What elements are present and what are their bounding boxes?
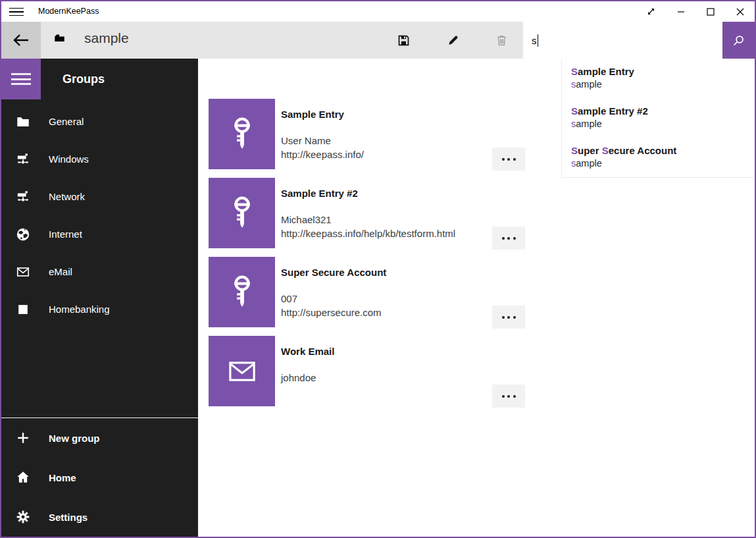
sidebar-actions: New group Home xyxy=(1,418,198,537)
entry-url: http://keepass.info/ xyxy=(281,148,364,162)
groups-heading: Groups xyxy=(63,72,105,86)
square-icon xyxy=(16,302,30,317)
suggestion-item[interactable]: Sample Entry #2 sample xyxy=(562,98,755,138)
entry-title: Super Secure Account xyxy=(281,267,386,278)
maximize-icon xyxy=(707,8,715,16)
network-icon xyxy=(16,190,30,204)
window-controls xyxy=(636,1,755,22)
search-suggestions: Sample Entry sample Sample Entry #2 samp… xyxy=(561,59,755,178)
search-area: s xyxy=(523,22,755,59)
entry-url: http://keepass.info/help/kb/testform.htm… xyxy=(281,227,455,241)
database-icon xyxy=(54,34,65,42)
suggestion-group: sample xyxy=(571,157,755,170)
edit-button[interactable] xyxy=(432,22,474,59)
minimize-icon xyxy=(677,8,685,16)
fullscreen-button[interactable] xyxy=(636,1,666,22)
entry-username: User Name xyxy=(281,134,364,148)
fullscreen-icon xyxy=(646,7,656,16)
more-button[interactable] xyxy=(492,148,525,171)
hamburger-button[interactable] xyxy=(1,59,41,99)
entry-row-super-secure-account[interactable]: Super Secure Account 007 http://supersec… xyxy=(209,257,525,327)
sidebar-item-internet[interactable]: Internet xyxy=(1,215,198,253)
more-button[interactable] xyxy=(492,306,525,329)
mail-icon xyxy=(16,265,30,279)
suggestion-title: Super Secure Account xyxy=(571,144,755,157)
new-group-button[interactable]: New group xyxy=(1,418,198,458)
home-button[interactable]: Home xyxy=(1,458,198,497)
sidebar-spacer xyxy=(1,328,198,417)
entry-tile xyxy=(209,257,275,327)
gear-icon xyxy=(16,510,30,524)
globe-icon xyxy=(16,227,30,242)
more-button[interactable] xyxy=(492,385,525,408)
close-button[interactable] xyxy=(725,1,755,22)
suggestion-title: Sample Entry #2 xyxy=(571,105,755,117)
command-bar: sample xyxy=(1,22,755,59)
entry-row-sample-entry-2[interactable]: Sample Entry #2 Michael321 http://keepas… xyxy=(209,178,525,248)
pencil-icon xyxy=(447,34,459,47)
search-input-value: s xyxy=(532,35,537,46)
network-icon xyxy=(16,152,30,167)
sidebar-item-email[interactable]: eMail xyxy=(1,253,198,290)
entry-tile xyxy=(209,336,275,406)
sidebar-item-homebanking[interactable]: Homebanking xyxy=(1,290,198,328)
group-list: General Windows xyxy=(1,103,198,328)
save-icon xyxy=(397,34,410,47)
entry-username: johndoe xyxy=(281,371,316,385)
maximize-button[interactable] xyxy=(695,1,725,22)
entry-row-work-email[interactable]: Work Email johndoe xyxy=(209,336,525,406)
sidebar-item-network[interactable]: Network xyxy=(1,178,198,215)
search-icon xyxy=(732,34,745,47)
close-icon xyxy=(736,8,744,16)
suggestion-group: sample xyxy=(571,78,755,91)
database-title: sample xyxy=(84,30,129,46)
save-button[interactable] xyxy=(382,22,424,59)
entry-username: Michael321 xyxy=(281,213,455,227)
plus-icon xyxy=(16,431,30,445)
suggestion-item[interactable]: Super Secure Account sample xyxy=(562,138,755,177)
back-arrow-icon xyxy=(13,33,30,47)
minimize-button[interactable] xyxy=(666,1,695,22)
key-icon xyxy=(229,195,255,232)
suggestion-item[interactable]: Sample Entry sample xyxy=(562,59,755,98)
entry-details: 007 http://supersecure.com xyxy=(281,292,382,319)
titlebar-hamburger-icon[interactable] xyxy=(9,6,24,18)
entry-tile xyxy=(209,178,275,248)
entry-url: http://supersecure.com xyxy=(281,306,382,320)
entry-username: 007 xyxy=(281,292,382,306)
entry-details: User Name http://keepass.info/ xyxy=(281,134,364,161)
settings-button[interactable]: Settings xyxy=(1,497,198,537)
suggestion-group: sample xyxy=(571,117,755,130)
key-icon xyxy=(229,274,255,311)
sidebar-item-windows[interactable]: Windows xyxy=(1,140,198,178)
trash-icon xyxy=(495,34,508,47)
sidebar: Groups General xyxy=(1,59,198,537)
text-caret xyxy=(538,34,538,47)
entry-details: johndoe xyxy=(281,371,316,385)
back-button[interactable] xyxy=(1,22,41,59)
delete-button[interactable] xyxy=(480,22,522,59)
app-title: ModernKeePass xyxy=(38,7,99,16)
suggestion-title: Sample Entry xyxy=(571,65,755,78)
search-input[interactable]: s xyxy=(523,22,722,59)
entry-title: Sample Entry xyxy=(281,109,344,120)
app-window: ModernKeePass xyxy=(0,0,756,538)
more-button[interactable] xyxy=(492,227,525,250)
entry-title: Sample Entry #2 xyxy=(281,188,358,199)
key-icon xyxy=(229,116,255,153)
titlebar: ModernKeePass xyxy=(1,1,755,22)
entry-details: Michael321 http://keepass.info/help/kb/t… xyxy=(281,213,455,240)
sidebar-header: Groups xyxy=(1,59,198,99)
search-button[interactable] xyxy=(722,22,755,59)
folder-icon xyxy=(16,115,30,129)
entry-row-sample-entry[interactable]: Sample Entry User Name http://keepass.in… xyxy=(209,99,525,169)
mail-icon xyxy=(229,362,255,381)
home-icon xyxy=(16,470,30,485)
entry-title: Work Email xyxy=(281,346,334,357)
entry-tile xyxy=(209,99,275,169)
sidebar-item-general[interactable]: General xyxy=(1,103,198,140)
